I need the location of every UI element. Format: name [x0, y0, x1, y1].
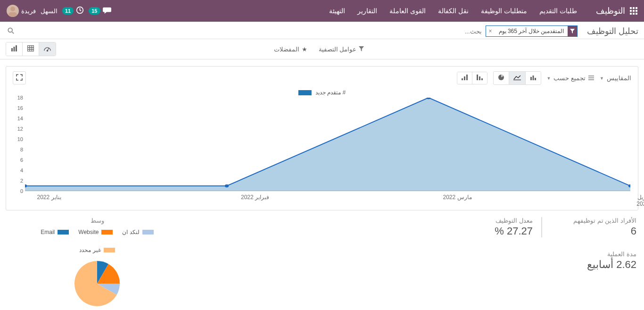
page-title: تحليل التوظيف: [587, 26, 638, 36]
view-graph[interactable]: [39, 42, 56, 56]
hired-label: الأفراد الذين تم توظيفهم: [561, 217, 636, 224]
nav-item-config[interactable]: التهيئة: [329, 7, 345, 15]
svg-rect-6: [630, 13, 632, 15]
svg-marker-38: [25, 98, 630, 191]
rate-value: 27.27 %: [467, 225, 533, 237]
chart-card: المقاييس ▼ تجميع حسب ▼: [6, 66, 638, 210]
filter-bar: عوامل التصفية ★ المفضلات: [0, 39, 644, 59]
chat-icon: [103, 7, 111, 16]
messaging-menu[interactable]: 15: [89, 7, 111, 16]
pie-legend-undef: غير محدد: [79, 247, 115, 253]
svg-rect-8: [636, 13, 637, 15]
search-facet[interactable]: المتقدمين خلال آخر 365 يوم ×: [486, 25, 578, 37]
hired-stat: الأفراد الذين تم توظيفهم 6: [561, 217, 636, 237]
pie-icon: [498, 74, 504, 82]
user-name: فريدة: [21, 8, 36, 15]
chart-plot: [25, 98, 630, 191]
chevron-down-icon: ▼: [547, 76, 551, 81]
clock-icon: [76, 6, 84, 16]
hired-value: 6: [561, 225, 636, 237]
sort-asc-icon: [462, 75, 468, 82]
nav-item-job-requirements[interactable]: متطلبات الوظيفة: [481, 7, 527, 15]
nav-item-applications[interactable]: طلبات التقديم: [539, 7, 577, 15]
activity-badge: 11: [62, 7, 74, 15]
brand-block[interactable]: التوظيف: [596, 6, 637, 16]
chart-type-pie[interactable]: [494, 72, 509, 84]
msg-badge: 15: [89, 7, 100, 15]
chart-order-group: [457, 72, 487, 84]
list-small-icon: [588, 75, 594, 82]
svg-rect-33: [479, 76, 480, 80]
sort-desc[interactable]: [472, 72, 487, 84]
expand-button[interactable]: [13, 71, 26, 84]
bar-icon: [530, 75, 537, 82]
duration-stat: مدة العملية 2.62 أسابيع: [561, 251, 636, 271]
systray: 15 11 السهل فريدة: [7, 5, 111, 17]
filter-links: عوامل التصفية ★ المفضلات: [274, 46, 364, 53]
sort-asc[interactable]: [457, 72, 472, 84]
svg-rect-11: [8, 12, 17, 17]
legend-label: # متقدم جديد: [315, 89, 346, 96]
chevron-down-icon: ▼: [600, 76, 604, 81]
bar-chart-icon: [11, 45, 17, 53]
svg-rect-29: [535, 78, 536, 80]
activity-menu[interactable]: 11: [62, 6, 84, 16]
svg-rect-22: [14, 47, 15, 51]
measures-label: المقاييس: [607, 75, 631, 82]
main-navbar: التوظيف طلبات التقديم متطلبات الوظيفة نق…: [0, 0, 644, 22]
svg-rect-27: [530, 77, 532, 80]
chart-type-line[interactable]: [509, 72, 525, 84]
filters-label: عوامل التصفية: [319, 46, 357, 53]
line-chart-icon: [513, 75, 521, 82]
apps-icon[interactable]: [630, 7, 637, 15]
svg-rect-7: [633, 13, 635, 15]
brand-label: التوظيف: [596, 6, 625, 16]
svg-rect-4: [633, 10, 635, 12]
pie-legend-website: Website: [78, 229, 113, 235]
search-icon[interactable]: [6, 27, 16, 35]
favorites-dropdown[interactable]: ★ المفضلات: [274, 46, 307, 53]
svg-point-12: [8, 28, 12, 32]
chart-legend: # متقدم جديد: [298, 89, 346, 96]
funnel-icon: [359, 46, 364, 53]
pie-block: وسط لنكد ان Website Email غير محدد: [12, 217, 182, 307]
chart-type-group: [493, 71, 541, 85]
filters-dropdown[interactable]: عوامل التصفية: [319, 46, 364, 53]
nav-menus: طلبات التقديم متطلبات الوظيفة نقل الكفال…: [329, 7, 577, 15]
nav-item-reports[interactable]: التقارير: [357, 7, 377, 15]
groupby-dropdown[interactable]: تجميع حسب ▼: [547, 75, 594, 82]
pie-legend: لنكد ان Website Email غير محدد: [12, 229, 182, 253]
duration-label: مدة العملية: [561, 251, 636, 258]
view-chart[interactable]: [6, 42, 22, 56]
svg-rect-36: [464, 76, 465, 80]
pie-chart: [12, 260, 182, 307]
pie-legend-email: Email: [41, 229, 69, 235]
svg-rect-16: [28, 46, 34, 51]
groupby-label: تجميع حسب: [553, 75, 586, 82]
avatar: [7, 5, 19, 17]
svg-point-15: [47, 50, 48, 51]
svg-rect-5: [636, 10, 637, 12]
view-pivot[interactable]: [22, 42, 39, 56]
search-input[interactable]: [16, 26, 486, 37]
close-icon[interactable]: ×: [486, 28, 495, 34]
pie-legend-linkedin: لنكد ان: [122, 229, 153, 235]
svg-point-42: [225, 184, 229, 187]
nav-item-sponsorship[interactable]: نقل الكفالة: [438, 7, 469, 15]
rate-label: معدل التوظيف: [467, 217, 533, 224]
y-axis-ticks: 024681012141618: [9, 98, 23, 191]
stats-row: الأفراد الذين تم توظيفهم 6 مدة العملية 2…: [0, 210, 644, 307]
svg-rect-35: [462, 78, 463, 80]
svg-rect-34: [481, 78, 483, 80]
nav-item-workforce[interactable]: القوى العاملة: [389, 7, 426, 15]
svg-rect-28: [532, 75, 534, 80]
svg-rect-23: [16, 45, 17, 51]
chart-type-bar[interactable]: [525, 72, 541, 84]
user-menu[interactable]: فريدة: [7, 5, 36, 17]
star-icon: ★: [302, 46, 307, 53]
easy-mode[interactable]: السهل: [41, 8, 58, 15]
measures-dropdown[interactable]: المقاييس ▼: [600, 75, 631, 82]
sort-desc-icon: [477, 75, 483, 82]
rate-stat: معدل التوظيف 27.27 %: [467, 217, 542, 237]
duration-value: 2.62 أسابيع: [561, 259, 636, 271]
